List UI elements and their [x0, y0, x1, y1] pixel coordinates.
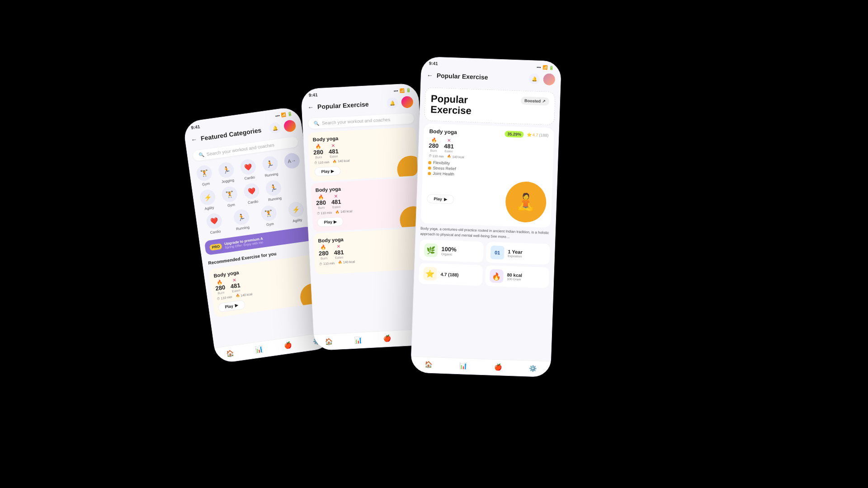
tag-dot-3: [428, 172, 431, 175]
eaten-icon-mid-2: ✕: [334, 193, 338, 198]
stats-row-right: 🔥 280 Burn ✕ 481 Eaten: [429, 137, 548, 156]
eaten-stat-mid-3: ✕ 481 Eaten: [334, 244, 344, 259]
more-icon: A→: [283, 152, 300, 169]
time-meta-right: ⏱ 110 min: [429, 154, 444, 158]
exercise-card-mid-3: Body yoga 🔥 280 Burn ✕ 481 Eaten ⏱ 110 m…: [313, 228, 423, 275]
burn-stat-mid-1: 🔥 280 Burn: [313, 144, 323, 159]
time-meta-mid-3: ⏱ 110 min: [319, 261, 335, 265]
agility-label: Agility: [204, 206, 214, 211]
kcal-meta-mid-3: 🔥 140 kcal: [338, 260, 355, 264]
avatar-mid[interactable]: [401, 96, 413, 108]
nav-settings-right[interactable]: ⚙️: [529, 365, 537, 372]
organic-icon-box: 🌿: [424, 244, 438, 258]
avatar-right[interactable]: [543, 73, 555, 85]
kcal-meta-left: 🔥 140 kcal: [236, 292, 253, 298]
burn-label-mid-2: Burn: [318, 206, 325, 210]
burn-label-right: Burn: [430, 149, 437, 153]
apple-icon-left: 🍎: [283, 341, 292, 349]
play-button-mid-2[interactable]: Play ▶: [317, 217, 344, 227]
avatar-left[interactable]: [283, 119, 296, 132]
pro-badge: PRO: [209, 243, 222, 251]
time-right: 9:41: [429, 61, 438, 66]
nav-chart-mid[interactable]: 📊: [354, 336, 362, 344]
nav-chart-right[interactable]: 📊: [459, 362, 467, 370]
nav-home-left[interactable]: 🏠: [226, 349, 235, 357]
time-meta-mid-2: ⏱ 110 min: [316, 211, 332, 215]
organic-icon: 🌿: [426, 246, 436, 255]
nav-apple-left[interactable]: 🍎: [283, 341, 292, 349]
rating-value2: 4.7 (188): [440, 272, 458, 277]
notification-icon-mid[interactable]: 🔔: [387, 97, 398, 108]
search-placeholder-mid: Search your workout and coaches: [322, 117, 391, 126]
gym2-icon: 🏋️: [221, 186, 238, 203]
tag-label-joint: Joint Health: [433, 171, 454, 177]
category-jogging[interactable]: 🏃 Jogging: [216, 161, 238, 184]
running-icon: 🏃: [261, 155, 278, 172]
screen-mid: 9:41 ▪▪▪ 📶 🔋 ← Popular Exercise 🔔 🔍 Sear…: [301, 84, 431, 351]
organic-label: Organic: [441, 253, 456, 256]
kcal-meta-right: 🔥 140 kcal: [447, 155, 464, 159]
burn-stat-right: 🔥 280 Burn: [429, 137, 439, 153]
jogging-label: Jogging: [221, 178, 234, 184]
info-rating: ⭐ 4.7 (188): [419, 263, 483, 286]
play-button-left[interactable]: Play ▶: [217, 300, 245, 313]
category-cardio3[interactable]: ❤️ Cardio: [201, 212, 228, 236]
nav-home-right[interactable]: 🏠: [425, 361, 433, 368]
tag-label-flexibility: Flexibility: [433, 160, 450, 165]
eaten-label-left: Eaten: [232, 289, 241, 293]
page-title-mid: Popular Exercise: [317, 100, 384, 111]
time-meta-mid-1: ⏱ 110 min: [314, 160, 329, 164]
nav-home-mid[interactable]: 🏠: [325, 338, 333, 345]
category-agility2[interactable]: ⚡ Agility: [283, 200, 310, 224]
category-gym2[interactable]: 🏋️ Gym: [219, 185, 241, 209]
description-right: Body yoga, a centuries-old practice root…: [420, 226, 551, 241]
rating-count: (188): [539, 133, 548, 138]
eaten-value-mid-2: 481: [331, 198, 341, 206]
category-more[interactable]: A→: [281, 152, 303, 175]
category-running3[interactable]: 🏃 Running: [228, 208, 255, 232]
info-organic: 🌿 100% Organic: [420, 239, 484, 263]
category-gym3[interactable]: 🏋️ Gym: [255, 204, 283, 228]
burn-value-right: 280: [429, 142, 439, 150]
eaten-icon-right: ✕: [447, 138, 451, 143]
kcal-meta-mid-2: 🔥 140 kcal: [335, 210, 352, 214]
nav-apple-mid[interactable]: 🍎: [383, 335, 391, 343]
eaten-value-right: 481: [444, 143, 454, 150]
back-button-left[interactable]: ←: [190, 136, 198, 144]
play-button-mid-1[interactable]: Play ▶: [314, 166, 341, 177]
eaten-icon-mid-3: ✕: [337, 244, 341, 249]
category-cardio[interactable]: ❤️ Cardio: [237, 158, 259, 182]
category-running[interactable]: 🏃 Running: [259, 155, 282, 178]
category-gym[interactable]: 🏋️ Gym: [194, 164, 216, 188]
status-icons-left: ▪▪▪ 📶 🔋: [275, 111, 292, 118]
info-kcal: 🔥 80 kcal 100 Gram: [485, 265, 550, 288]
notification-icon-left[interactable]: 🔔: [269, 122, 281, 134]
wifi-icon: 📶: [281, 112, 286, 117]
battery-icon-right: 🔋: [548, 65, 553, 70]
cardio-icon: ❤️: [240, 158, 257, 175]
burn-label-left: Burn: [217, 291, 225, 295]
cardio2-label: Cardio: [247, 199, 259, 205]
back-button-mid[interactable]: ←: [307, 103, 314, 111]
rating-icon-box: ⭐: [423, 267, 437, 281]
burn-icon-mid-1: 🔥: [315, 144, 321, 149]
page-title-right: Popular Exercise: [437, 72, 525, 82]
burn-label-mid-1: Burn: [315, 155, 322, 159]
battery-icon: 🔋: [287, 111, 292, 116]
category-cardio2[interactable]: ❤️ Cardio: [241, 182, 263, 206]
organic-text: 100% Organic: [441, 246, 457, 256]
gym-icon: 🏋️: [196, 164, 213, 182]
category-agility[interactable]: ⚡ Agility: [197, 188, 219, 212]
nav-apple-right[interactable]: 🍎: [494, 363, 502, 371]
chart-icon-mid: 📊: [354, 336, 362, 344]
nav-chart-left[interactable]: 📊: [255, 345, 263, 353]
burn-value-mid-1: 280: [313, 149, 323, 156]
eaten-label-mid-1: Eaten: [330, 155, 338, 158]
eaten-stat-mid-1: ✕ 481 Eaten: [328, 143, 339, 158]
back-button-right[interactable]: ←: [427, 71, 434, 79]
eaten-label-mid-2: Eaten: [332, 205, 341, 209]
play-button-right[interactable]: Play ▶: [427, 194, 454, 204]
notification-icon-right[interactable]: 🔔: [528, 73, 540, 84]
cardio3-icon: ❤️: [205, 212, 222, 230]
category-running2[interactable]: 🏃 Running: [263, 179, 285, 202]
